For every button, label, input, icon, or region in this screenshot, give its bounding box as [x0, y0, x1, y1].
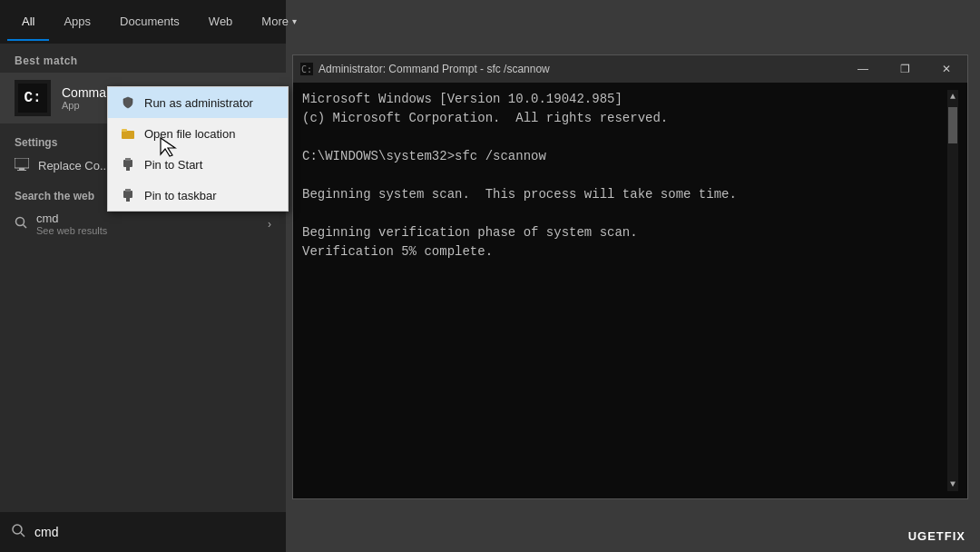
cmd-line-3	[302, 128, 947, 147]
cmd-window-title: Administrator: Command Prompt - sfc /sca…	[318, 63, 550, 75]
cmd-window: C: Administrator: Command Prompt - sfc /…	[292, 54, 968, 499]
cmd-line-1: Microsoft Windows [Version 10.0.19042.98…	[302, 90, 947, 109]
svg-rect-8	[15, 158, 29, 168]
search-input[interactable]	[34, 525, 275, 539]
scrollbar[interactable]: ▲ ▼	[947, 90, 958, 491]
search-bar[interactable]	[0, 512, 286, 552]
svg-rect-0	[122, 131, 134, 139]
svg-rect-10	[17, 170, 26, 171]
context-pin-to-taskbar[interactable]: Pin to taskbar	[108, 180, 288, 211]
best-match-label: Best match	[0, 44, 286, 73]
pin-to-start-label: Pin to Start	[144, 158, 202, 172]
restore-button[interactable]: ❐	[884, 55, 926, 83]
scroll-up-arrow[interactable]: ▲	[947, 90, 958, 104]
shield-icon	[121, 95, 135, 110]
watermark: UGETFIX	[908, 529, 965, 543]
svg-line-12	[24, 225, 27, 229]
scrollbar-thumb[interactable]	[948, 107, 957, 143]
cmd-line-7	[302, 204, 947, 223]
cmd-window-icon: C:	[300, 63, 313, 75]
svg-line-14	[21, 533, 24, 537]
watermark-text: UGETFIX	[908, 529, 965, 543]
svg-rect-9	[19, 168, 24, 170]
tab-all[interactable]: All	[7, 4, 49, 41]
web-search-query: cmd	[36, 212, 107, 225]
context-open-location[interactable]: Open file location	[108, 118, 288, 149]
run-as-admin-label: Run as administrator	[144, 96, 253, 110]
cmd-content: Microsoft Windows [Version 10.0.19042.98…	[293, 83, 967, 498]
web-search-arrow-icon: ›	[268, 218, 271, 231]
search-web-icon	[15, 216, 27, 232]
minimize-button[interactable]: —	[842, 55, 884, 83]
tab-apps[interactable]: Apps	[49, 4, 105, 41]
tab-more[interactable]: More ▾	[247, 4, 311, 41]
svg-rect-3	[123, 160, 132, 167]
folder-icon	[121, 126, 135, 141]
web-search-sub: See web results	[36, 225, 107, 236]
tab-documents[interactable]: Documents	[105, 4, 194, 41]
svg-rect-4	[125, 158, 131, 161]
nav-tabs: All Apps Documents Web More ▾	[0, 0, 286, 44]
context-menu: Run as administrator Open file location	[107, 86, 289, 212]
cmd-title-bar: C: Administrator: Command Prompt - sfc /…	[293, 55, 967, 83]
svg-rect-6	[123, 191, 132, 198]
open-location-label: Open file location	[144, 127, 235, 141]
cmd-icon-symbol: C:	[24, 90, 41, 106]
cmd-app-icon: C:	[15, 80, 51, 116]
svg-point-11	[16, 218, 24, 226]
svg-point-13	[13, 525, 22, 534]
cmd-line-9: Verification 5% complete.	[302, 242, 947, 261]
context-pin-to-start[interactable]: Pin to Start	[108, 149, 288, 180]
svg-rect-7	[125, 189, 131, 192]
search-icon	[11, 523, 25, 541]
cmd-line-6: Beginning system scan. This process will…	[302, 185, 947, 204]
cmd-text-output: Microsoft Windows [Version 10.0.19042.98…	[302, 90, 947, 491]
pin-start-icon	[121, 157, 135, 172]
desktop: All Apps Documents Web More ▾ Best match…	[0, 0, 980, 552]
pin-to-taskbar-label: Pin to taskbar	[144, 189, 217, 202]
context-run-as-admin[interactable]: Run as administrator	[108, 87, 288, 118]
cmd-line-8: Beginning verification phase of system s…	[302, 223, 947, 242]
cmd-line-4: C:\WINDOWS\system32>sfc /scannow	[302, 147, 947, 166]
tab-web[interactable]: Web	[194, 4, 248, 41]
window-controls: — ❐ ✕	[842, 55, 967, 83]
monitor-icon	[15, 158, 29, 173]
close-button[interactable]: ✕	[926, 55, 967, 83]
cmd-line-2: (c) Microsoft Corporation. All rights re…	[302, 109, 947, 128]
start-menu: All Apps Documents Web More ▾ Best match…	[0, 0, 286, 552]
svg-rect-1	[122, 129, 127, 132]
scroll-down-arrow[interactable]: ▼	[947, 478, 958, 491]
chevron-down-icon: ▾	[292, 16, 297, 26]
cmd-line-5	[302, 166, 947, 185]
pin-taskbar-icon	[121, 188, 135, 202]
